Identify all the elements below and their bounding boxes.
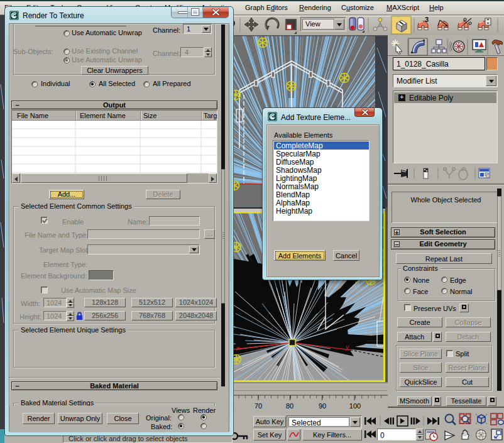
svg-text:3: 3	[425, 16, 429, 23]
svg-text:100: 100	[349, 402, 361, 410]
svg-text:x: x	[236, 345, 240, 352]
svg-text:y: y	[345, 344, 349, 351]
svg-text:70: 70	[255, 402, 262, 410]
svg-text:90: 90	[319, 402, 326, 410]
svg-text:80: 80	[286, 402, 293, 410]
